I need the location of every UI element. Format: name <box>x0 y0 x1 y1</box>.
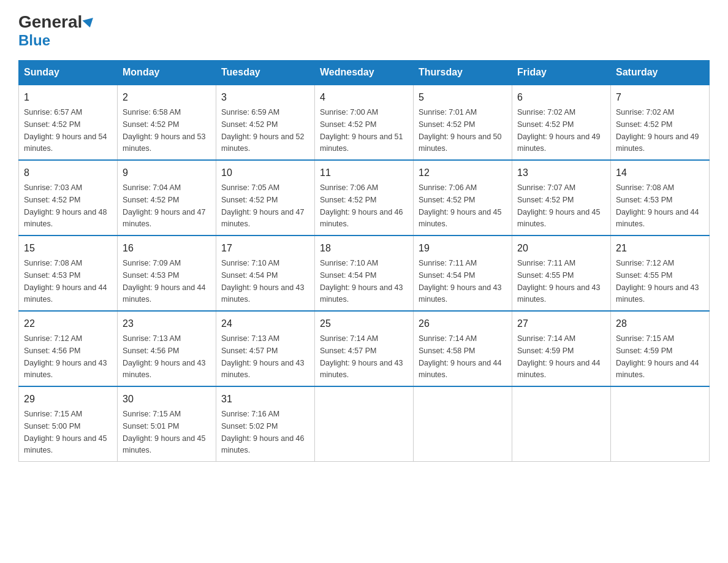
day-info: Sunrise: 7:07 AMSunset: 4:52 PMDaylight:… <box>517 183 601 228</box>
days-header-row: SundayMondayTuesdayWednesdayThursdayFrid… <box>19 61 710 85</box>
day-cell-6: 6Sunrise: 7:02 AMSunset: 4:52 PMDaylight… <box>512 85 611 160</box>
day-number: 23 <box>123 316 211 331</box>
logo: General Blue <box>18 12 94 49</box>
day-info: Sunrise: 7:12 AMSunset: 4:55 PMDaylight:… <box>616 259 699 304</box>
day-number: 20 <box>517 241 605 256</box>
day-info: Sunrise: 6:57 AMSunset: 4:52 PMDaylight:… <box>24 108 107 153</box>
week-row-5: 29Sunrise: 7:15 AMSunset: 5:00 PMDayligh… <box>19 386 710 462</box>
day-cell-26: 26Sunrise: 7:14 AMSunset: 4:58 PMDayligh… <box>414 311 512 386</box>
day-number: 11 <box>320 166 408 180</box>
header-friday: Friday <box>512 61 611 85</box>
day-number: 31 <box>221 392 309 407</box>
day-number: 8 <box>24 166 112 180</box>
day-cell-5: 5Sunrise: 7:01 AMSunset: 4:52 PMDaylight… <box>414 85 512 160</box>
empty-cell <box>611 386 710 462</box>
day-cell-8: 8Sunrise: 7:03 AMSunset: 4:52 PMDaylight… <box>19 160 118 236</box>
day-cell-16: 16Sunrise: 7:09 AMSunset: 4:53 PMDayligh… <box>118 236 216 311</box>
day-cell-17: 17Sunrise: 7:10 AMSunset: 4:54 PMDayligh… <box>216 236 315 311</box>
day-info: Sunrise: 7:08 AMSunset: 4:53 PMDaylight:… <box>24 259 107 304</box>
day-cell-3: 3Sunrise: 6:59 AMSunset: 4:52 PMDaylight… <box>216 85 315 160</box>
day-number: 9 <box>123 166 211 180</box>
day-info: Sunrise: 7:05 AMSunset: 4:52 PMDaylight:… <box>221 183 305 228</box>
day-cell-7: 7Sunrise: 7:02 AMSunset: 4:52 PMDaylight… <box>611 85 710 160</box>
day-cell-12: 12Sunrise: 7:06 AMSunset: 4:52 PMDayligh… <box>414 160 512 236</box>
day-cell-30: 30Sunrise: 7:15 AMSunset: 5:01 PMDayligh… <box>118 386 216 462</box>
day-info: Sunrise: 6:58 AMSunset: 4:52 PMDaylight:… <box>123 108 206 153</box>
day-cell-28: 28Sunrise: 7:15 AMSunset: 4:59 PMDayligh… <box>611 311 710 386</box>
day-number: 30 <box>123 392 211 407</box>
day-cell-10: 10Sunrise: 7:05 AMSunset: 4:52 PMDayligh… <box>216 160 315 236</box>
day-info: Sunrise: 7:11 AMSunset: 4:55 PMDaylight:… <box>517 259 601 304</box>
day-cell-22: 22Sunrise: 7:12 AMSunset: 4:56 PMDayligh… <box>19 311 118 386</box>
week-row-3: 15Sunrise: 7:08 AMSunset: 4:53 PMDayligh… <box>19 236 710 311</box>
day-number: 21 <box>616 241 704 256</box>
day-info: Sunrise: 7:13 AMSunset: 4:57 PMDaylight:… <box>221 334 305 379</box>
day-cell-24: 24Sunrise: 7:13 AMSunset: 4:57 PMDayligh… <box>216 311 315 386</box>
day-info: Sunrise: 7:00 AMSunset: 4:52 PMDaylight:… <box>320 108 403 153</box>
day-number: 2 <box>123 90 211 105</box>
day-cell-31: 31Sunrise: 7:16 AMSunset: 5:02 PMDayligh… <box>216 386 315 462</box>
day-number: 24 <box>221 316 309 331</box>
day-info: Sunrise: 7:15 AMSunset: 4:59 PMDaylight:… <box>616 334 699 379</box>
day-info: Sunrise: 7:14 AMSunset: 4:58 PMDaylight:… <box>419 334 502 379</box>
day-number: 16 <box>123 241 211 256</box>
day-info: Sunrise: 7:15 AMSunset: 5:00 PMDaylight:… <box>24 410 107 454</box>
day-number: 4 <box>320 90 408 105</box>
empty-cell <box>512 386 611 462</box>
week-row-4: 22Sunrise: 7:12 AMSunset: 4:56 PMDayligh… <box>19 311 710 386</box>
day-cell-9: 9Sunrise: 7:04 AMSunset: 4:52 PMDaylight… <box>118 160 216 236</box>
day-number: 3 <box>221 90 309 105</box>
day-number: 1 <box>24 90 112 105</box>
day-info: Sunrise: 7:12 AMSunset: 4:56 PMDaylight:… <box>24 334 107 379</box>
day-info: Sunrise: 7:02 AMSunset: 4:52 PMDaylight:… <box>616 108 699 153</box>
day-info: Sunrise: 7:10 AMSunset: 4:54 PMDaylight:… <box>320 259 403 304</box>
day-cell-4: 4Sunrise: 7:00 AMSunset: 4:52 PMDaylight… <box>315 85 414 160</box>
day-number: 7 <box>616 90 704 105</box>
week-row-1: 1Sunrise: 6:57 AMSunset: 4:52 PMDaylight… <box>19 85 710 160</box>
day-cell-20: 20Sunrise: 7:11 AMSunset: 4:55 PMDayligh… <box>512 236 611 311</box>
header-wednesday: Wednesday <box>315 61 414 85</box>
day-info: Sunrise: 7:13 AMSunset: 4:56 PMDaylight:… <box>123 334 206 379</box>
day-number: 13 <box>517 166 605 180</box>
day-cell-18: 18Sunrise: 7:10 AMSunset: 4:54 PMDayligh… <box>315 236 414 311</box>
day-number: 18 <box>320 241 408 256</box>
day-info: Sunrise: 7:02 AMSunset: 4:52 PMDaylight:… <box>517 108 601 153</box>
day-info: Sunrise: 7:10 AMSunset: 4:54 PMDaylight:… <box>221 259 305 304</box>
day-cell-13: 13Sunrise: 7:07 AMSunset: 4:52 PMDayligh… <box>512 160 611 236</box>
day-number: 10 <box>221 166 309 180</box>
day-number: 29 <box>24 392 112 407</box>
day-cell-27: 27Sunrise: 7:14 AMSunset: 4:59 PMDayligh… <box>512 311 611 386</box>
day-cell-25: 25Sunrise: 7:14 AMSunset: 4:57 PMDayligh… <box>315 311 414 386</box>
day-cell-21: 21Sunrise: 7:12 AMSunset: 4:55 PMDayligh… <box>611 236 710 311</box>
day-number: 26 <box>419 316 507 331</box>
header-tuesday: Tuesday <box>216 61 315 85</box>
day-cell-2: 2Sunrise: 6:58 AMSunset: 4:52 PMDaylight… <box>118 85 216 160</box>
day-info: Sunrise: 7:15 AMSunset: 5:01 PMDaylight:… <box>123 410 206 454</box>
day-number: 17 <box>221 241 309 256</box>
week-row-2: 8Sunrise: 7:03 AMSunset: 4:52 PMDaylight… <box>19 160 710 236</box>
header-sunday: Sunday <box>19 61 118 85</box>
page-header: General Blue <box>18 12 710 49</box>
day-number: 12 <box>419 166 507 180</box>
day-info: Sunrise: 7:08 AMSunset: 4:53 PMDaylight:… <box>616 183 699 228</box>
day-cell-29: 29Sunrise: 7:15 AMSunset: 5:00 PMDayligh… <box>19 386 118 462</box>
logo-blue-text: Blue <box>18 32 50 49</box>
day-cell-14: 14Sunrise: 7:08 AMSunset: 4:53 PMDayligh… <box>611 160 710 236</box>
day-info: Sunrise: 7:14 AMSunset: 4:59 PMDaylight:… <box>517 334 601 379</box>
day-info: Sunrise: 7:16 AMSunset: 5:02 PMDaylight:… <box>221 410 305 454</box>
day-cell-19: 19Sunrise: 7:11 AMSunset: 4:54 PMDayligh… <box>414 236 512 311</box>
day-number: 14 <box>616 166 704 180</box>
day-info: Sunrise: 7:04 AMSunset: 4:52 PMDaylight:… <box>123 183 206 228</box>
empty-cell <box>414 386 512 462</box>
day-info: Sunrise: 7:09 AMSunset: 4:53 PMDaylight:… <box>123 259 206 304</box>
day-number: 25 <box>320 316 408 331</box>
day-info: Sunrise: 7:06 AMSunset: 4:52 PMDaylight:… <box>320 183 403 228</box>
day-number: 27 <box>517 316 605 331</box>
day-info: Sunrise: 7:06 AMSunset: 4:52 PMDaylight:… <box>419 183 502 228</box>
day-info: Sunrise: 7:01 AMSunset: 4:52 PMDaylight:… <box>419 108 502 153</box>
day-number: 28 <box>616 316 704 331</box>
day-number: 19 <box>419 241 507 256</box>
header-thursday: Thursday <box>414 61 512 85</box>
day-info: Sunrise: 6:59 AMSunset: 4:52 PMDaylight:… <box>221 108 305 153</box>
day-info: Sunrise: 7:11 AMSunset: 4:54 PMDaylight:… <box>419 259 502 304</box>
